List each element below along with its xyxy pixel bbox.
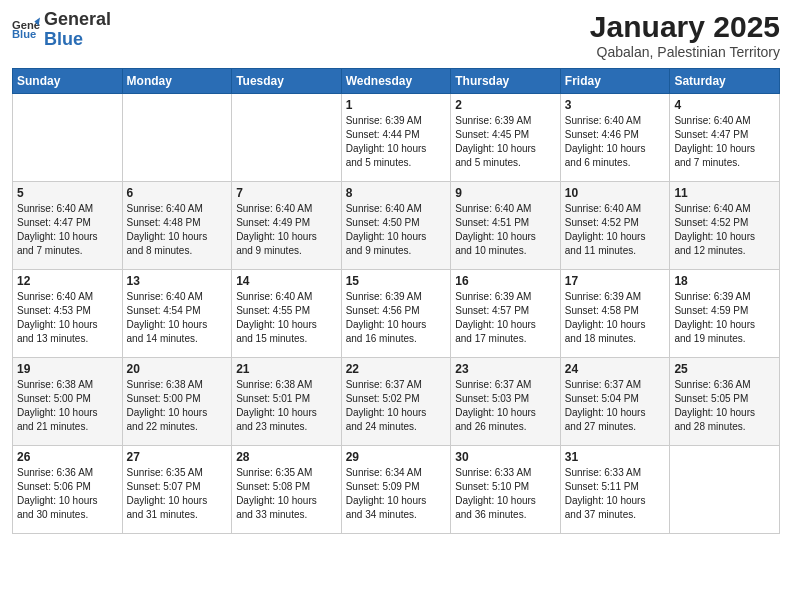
calendar-cell: 30Sunrise: 6:33 AM Sunset: 5:10 PM Dayli… (451, 446, 561, 534)
calendar-cell: 13Sunrise: 6:40 AM Sunset: 4:54 PM Dayli… (122, 270, 232, 358)
day-info: Sunrise: 6:34 AM Sunset: 5:09 PM Dayligh… (346, 466, 447, 522)
day-number: 15 (346, 274, 447, 288)
title-block: January 2025 Qabalan, Palestinian Territ… (590, 10, 780, 60)
day-info: Sunrise: 6:37 AM Sunset: 5:02 PM Dayligh… (346, 378, 447, 434)
day-number: 30 (455, 450, 556, 464)
calendar-cell: 19Sunrise: 6:38 AM Sunset: 5:00 PM Dayli… (13, 358, 123, 446)
calendar-cell (670, 446, 780, 534)
day-number: 21 (236, 362, 337, 376)
day-info: Sunrise: 6:39 AM Sunset: 4:58 PM Dayligh… (565, 290, 666, 346)
header-tuesday: Tuesday (232, 69, 342, 94)
day-number: 9 (455, 186, 556, 200)
calendar-title: January 2025 (590, 10, 780, 44)
calendar-cell: 23Sunrise: 6:37 AM Sunset: 5:03 PM Dayli… (451, 358, 561, 446)
day-info: Sunrise: 6:40 AM Sunset: 4:54 PM Dayligh… (127, 290, 228, 346)
calendar-cell: 22Sunrise: 6:37 AM Sunset: 5:02 PM Dayli… (341, 358, 451, 446)
day-info: Sunrise: 6:37 AM Sunset: 5:03 PM Dayligh… (455, 378, 556, 434)
logo-icon: General Blue (12, 16, 40, 44)
calendar-cell (13, 94, 123, 182)
day-number: 6 (127, 186, 228, 200)
calendar-cell: 20Sunrise: 6:38 AM Sunset: 5:00 PM Dayli… (122, 358, 232, 446)
day-info: Sunrise: 6:40 AM Sunset: 4:52 PM Dayligh… (674, 202, 775, 258)
calendar-cell: 8Sunrise: 6:40 AM Sunset: 4:50 PM Daylig… (341, 182, 451, 270)
calendar-cell: 1Sunrise: 6:39 AM Sunset: 4:44 PM Daylig… (341, 94, 451, 182)
day-info: Sunrise: 6:40 AM Sunset: 4:50 PM Dayligh… (346, 202, 447, 258)
calendar-cell: 14Sunrise: 6:40 AM Sunset: 4:55 PM Dayli… (232, 270, 342, 358)
calendar-row-3: 12Sunrise: 6:40 AM Sunset: 4:53 PM Dayli… (13, 270, 780, 358)
day-number: 2 (455, 98, 556, 112)
day-info: Sunrise: 6:39 AM Sunset: 4:45 PM Dayligh… (455, 114, 556, 170)
day-info: Sunrise: 6:40 AM Sunset: 4:48 PM Dayligh… (127, 202, 228, 258)
day-info: Sunrise: 6:40 AM Sunset: 4:49 PM Dayligh… (236, 202, 337, 258)
calendar-cell: 17Sunrise: 6:39 AM Sunset: 4:58 PM Dayli… (560, 270, 670, 358)
day-info: Sunrise: 6:36 AM Sunset: 5:05 PM Dayligh… (674, 378, 775, 434)
day-info: Sunrise: 6:33 AM Sunset: 5:11 PM Dayligh… (565, 466, 666, 522)
day-info: Sunrise: 6:38 AM Sunset: 5:00 PM Dayligh… (17, 378, 118, 434)
calendar-row-1: 1Sunrise: 6:39 AM Sunset: 4:44 PM Daylig… (13, 94, 780, 182)
calendar-cell: 29Sunrise: 6:34 AM Sunset: 5:09 PM Dayli… (341, 446, 451, 534)
calendar-cell: 25Sunrise: 6:36 AM Sunset: 5:05 PM Dayli… (670, 358, 780, 446)
header-sunday: Sunday (13, 69, 123, 94)
day-info: Sunrise: 6:35 AM Sunset: 5:07 PM Dayligh… (127, 466, 228, 522)
header-monday: Monday (122, 69, 232, 94)
calendar-cell: 16Sunrise: 6:39 AM Sunset: 4:57 PM Dayli… (451, 270, 561, 358)
day-info: Sunrise: 6:33 AM Sunset: 5:10 PM Dayligh… (455, 466, 556, 522)
day-info: Sunrise: 6:40 AM Sunset: 4:51 PM Dayligh… (455, 202, 556, 258)
day-number: 12 (17, 274, 118, 288)
day-number: 7 (236, 186, 337, 200)
svg-text:Blue: Blue (12, 28, 36, 40)
day-info: Sunrise: 6:40 AM Sunset: 4:47 PM Dayligh… (674, 114, 775, 170)
calendar-cell: 26Sunrise: 6:36 AM Sunset: 5:06 PM Dayli… (13, 446, 123, 534)
day-number: 27 (127, 450, 228, 464)
calendar-cell: 24Sunrise: 6:37 AM Sunset: 5:04 PM Dayli… (560, 358, 670, 446)
calendar-cell: 21Sunrise: 6:38 AM Sunset: 5:01 PM Dayli… (232, 358, 342, 446)
day-info: Sunrise: 6:40 AM Sunset: 4:46 PM Dayligh… (565, 114, 666, 170)
day-number: 26 (17, 450, 118, 464)
calendar-cell: 11Sunrise: 6:40 AM Sunset: 4:52 PM Dayli… (670, 182, 780, 270)
calendar-row-5: 26Sunrise: 6:36 AM Sunset: 5:06 PM Dayli… (13, 446, 780, 534)
day-number: 20 (127, 362, 228, 376)
day-number: 25 (674, 362, 775, 376)
header-wednesday: Wednesday (341, 69, 451, 94)
logo: General Blue General Blue (12, 10, 111, 50)
day-info: Sunrise: 6:37 AM Sunset: 5:04 PM Dayligh… (565, 378, 666, 434)
calendar-cell: 18Sunrise: 6:39 AM Sunset: 4:59 PM Dayli… (670, 270, 780, 358)
day-info: Sunrise: 6:40 AM Sunset: 4:53 PM Dayligh… (17, 290, 118, 346)
weekday-header-row: Sunday Monday Tuesday Wednesday Thursday… (13, 69, 780, 94)
day-number: 28 (236, 450, 337, 464)
calendar-cell: 5Sunrise: 6:40 AM Sunset: 4:47 PM Daylig… (13, 182, 123, 270)
day-info: Sunrise: 6:36 AM Sunset: 5:06 PM Dayligh… (17, 466, 118, 522)
day-info: Sunrise: 6:35 AM Sunset: 5:08 PM Dayligh… (236, 466, 337, 522)
calendar-cell: 6Sunrise: 6:40 AM Sunset: 4:48 PM Daylig… (122, 182, 232, 270)
day-number: 29 (346, 450, 447, 464)
header-thursday: Thursday (451, 69, 561, 94)
calendar-cell: 31Sunrise: 6:33 AM Sunset: 5:11 PM Dayli… (560, 446, 670, 534)
calendar-subtitle: Qabalan, Palestinian Territory (590, 44, 780, 60)
calendar-cell: 7Sunrise: 6:40 AM Sunset: 4:49 PM Daylig… (232, 182, 342, 270)
calendar-row-4: 19Sunrise: 6:38 AM Sunset: 5:00 PM Dayli… (13, 358, 780, 446)
calendar-cell: 9Sunrise: 6:40 AM Sunset: 4:51 PM Daylig… (451, 182, 561, 270)
day-number: 31 (565, 450, 666, 464)
header: General Blue General Blue January 2025 Q… (12, 10, 780, 60)
calendar-table: Sunday Monday Tuesday Wednesday Thursday… (12, 68, 780, 534)
day-info: Sunrise: 6:38 AM Sunset: 5:01 PM Dayligh… (236, 378, 337, 434)
day-info: Sunrise: 6:39 AM Sunset: 4:59 PM Dayligh… (674, 290, 775, 346)
day-info: Sunrise: 6:40 AM Sunset: 4:47 PM Dayligh… (17, 202, 118, 258)
day-number: 17 (565, 274, 666, 288)
page-container: General Blue General Blue January 2025 Q… (0, 0, 792, 544)
day-number: 16 (455, 274, 556, 288)
day-info: Sunrise: 6:40 AM Sunset: 4:55 PM Dayligh… (236, 290, 337, 346)
calendar-cell (232, 94, 342, 182)
calendar-row-2: 5Sunrise: 6:40 AM Sunset: 4:47 PM Daylig… (13, 182, 780, 270)
day-number: 14 (236, 274, 337, 288)
day-number: 3 (565, 98, 666, 112)
calendar-cell: 12Sunrise: 6:40 AM Sunset: 4:53 PM Dayli… (13, 270, 123, 358)
day-number: 18 (674, 274, 775, 288)
day-number: 11 (674, 186, 775, 200)
day-number: 19 (17, 362, 118, 376)
calendar-cell: 15Sunrise: 6:39 AM Sunset: 4:56 PM Dayli… (341, 270, 451, 358)
calendar-cell: 27Sunrise: 6:35 AM Sunset: 5:07 PM Dayli… (122, 446, 232, 534)
day-info: Sunrise: 6:39 AM Sunset: 4:44 PM Dayligh… (346, 114, 447, 170)
day-info: Sunrise: 6:39 AM Sunset: 4:57 PM Dayligh… (455, 290, 556, 346)
calendar-cell: 2Sunrise: 6:39 AM Sunset: 4:45 PM Daylig… (451, 94, 561, 182)
